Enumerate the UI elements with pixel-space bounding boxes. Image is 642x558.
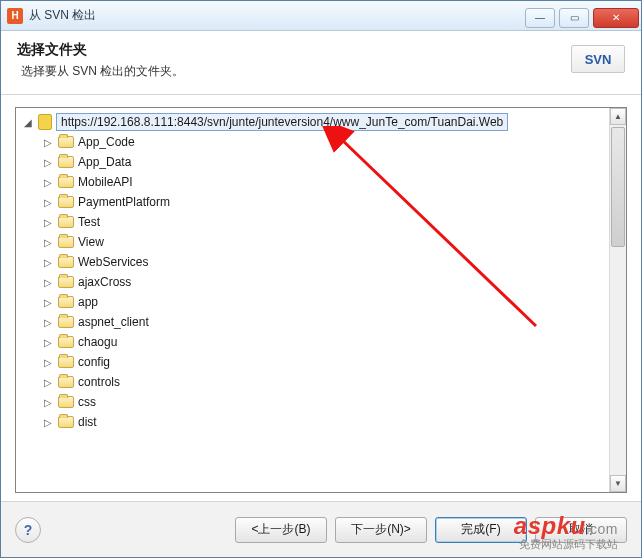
tree-children: ▷App_Code▷App_Data▷MobileAPI▷PaymentPlat… [42, 132, 609, 432]
finish-button[interactable]: 完成(F) [435, 517, 527, 543]
tree-item[interactable]: ▷View [42, 232, 609, 252]
scroll-down-button[interactable]: ▼ [610, 475, 626, 492]
tree-item[interactable]: ▷chaogu [42, 332, 609, 352]
expand-toggle-icon[interactable]: ▷ [42, 292, 54, 312]
scroll-thumb[interactable] [611, 127, 625, 247]
folder-icon [58, 196, 74, 208]
expand-toggle-icon[interactable]: ▷ [42, 332, 54, 352]
back-button[interactable]: <上一步(B) [235, 517, 327, 543]
tree-item[interactable]: ▷ajaxCross [42, 272, 609, 292]
folder-icon [58, 216, 74, 228]
folder-icon [58, 176, 74, 188]
tree-item[interactable]: ▷dist [42, 412, 609, 432]
tree-item-label: config [78, 355, 110, 369]
folder-icon [58, 136, 74, 148]
folder-icon [58, 396, 74, 408]
folder-icon [58, 276, 74, 288]
window-title: 从 SVN 检出 [29, 7, 96, 24]
folder-icon [58, 236, 74, 248]
expand-toggle-icon[interactable]: ◢ [22, 112, 34, 132]
titlebar[interactable]: H 从 SVN 检出 — ▭ ✕ [1, 1, 641, 31]
tree-item-label: app [78, 295, 98, 309]
tree-item[interactable]: ▷WebServices [42, 252, 609, 272]
expand-toggle-icon[interactable]: ▷ [42, 172, 54, 192]
dialog-body: ◢ https://192.168.8.111:8443/svn/junte/j… [1, 95, 641, 501]
tree-item-label: ajaxCross [78, 275, 131, 289]
dialog-header: 选择文件夹 选择要从 SVN 检出的文件夹。 SVN [1, 31, 641, 95]
maximize-button[interactable]: ▭ [559, 8, 589, 28]
expand-toggle-icon[interactable]: ▷ [42, 192, 54, 212]
window-controls: — ▭ ✕ [523, 4, 641, 28]
dialog-window: H 从 SVN 检出 — ▭ ✕ 选择文件夹 选择要从 SVN 检出的文件夹。 … [0, 0, 642, 558]
tree-item-label: css [78, 395, 96, 409]
folder-icon [58, 416, 74, 428]
app-icon: H [7, 8, 23, 24]
tree-item-label: WebServices [78, 255, 148, 269]
page-subtitle: 选择要从 SVN 检出的文件夹。 [17, 63, 571, 80]
scroll-track[interactable] [610, 125, 626, 475]
expand-toggle-icon[interactable]: ▷ [42, 412, 54, 432]
tree-item[interactable]: ▷App_Data [42, 152, 609, 172]
tree-item-label: View [78, 235, 104, 249]
expand-toggle-icon[interactable]: ▷ [42, 392, 54, 412]
expand-toggle-icon[interactable]: ▷ [42, 372, 54, 392]
expand-toggle-icon[interactable]: ▷ [42, 212, 54, 232]
repository-icon [38, 114, 52, 130]
tree-item[interactable]: ▷App_Code [42, 132, 609, 152]
folder-tree: ◢ https://192.168.8.111:8443/svn/junte/j… [15, 107, 627, 493]
folder-icon [58, 156, 74, 168]
vertical-scrollbar[interactable]: ▲ ▼ [609, 108, 626, 492]
expand-toggle-icon[interactable]: ▷ [42, 252, 54, 272]
tree-item[interactable]: ▷config [42, 352, 609, 372]
scroll-up-button[interactable]: ▲ [610, 108, 626, 125]
dialog-footer: ? <上一步(B) 下一步(N)> 完成(F) 取消 [1, 501, 641, 557]
tree-item-label: chaogu [78, 335, 117, 349]
tree-item[interactable]: ▷controls [42, 372, 609, 392]
tree-item-label: controls [78, 375, 120, 389]
next-button[interactable]: 下一步(N)> [335, 517, 427, 543]
tree-item-label: dist [78, 415, 97, 429]
expand-toggle-icon[interactable]: ▷ [42, 232, 54, 252]
expand-toggle-icon[interactable]: ▷ [42, 312, 54, 332]
tree-item[interactable]: ▷PaymentPlatform [42, 192, 609, 212]
help-button[interactable]: ? [15, 517, 41, 543]
root-url[interactable]: https://192.168.8.111:8443/svn/junte/jun… [56, 113, 508, 131]
expand-toggle-icon[interactable]: ▷ [42, 272, 54, 292]
cancel-button[interactable]: 取消 [535, 517, 627, 543]
tree-item[interactable]: ▷aspnet_client [42, 312, 609, 332]
tree-item-label: App_Code [78, 135, 135, 149]
folder-icon [58, 376, 74, 388]
folder-icon [58, 256, 74, 268]
close-button[interactable]: ✕ [593, 8, 639, 28]
tree-item-label: aspnet_client [78, 315, 149, 329]
tree-item[interactable]: ▷app [42, 292, 609, 312]
svn-logo-icon: SVN [571, 45, 625, 73]
tree-item-label: MobileAPI [78, 175, 133, 189]
minimize-button[interactable]: — [525, 8, 555, 28]
folder-icon [58, 316, 74, 328]
tree-item-label: Test [78, 215, 100, 229]
tree-item[interactable]: ▷Test [42, 212, 609, 232]
tree-item[interactable]: ▷MobileAPI [42, 172, 609, 192]
folder-icon [58, 336, 74, 348]
expand-toggle-icon[interactable]: ▷ [42, 352, 54, 372]
tree-item-label: PaymentPlatform [78, 195, 170, 209]
tree-item-label: App_Data [78, 155, 131, 169]
expand-toggle-icon[interactable]: ▷ [42, 152, 54, 172]
folder-icon [58, 356, 74, 368]
expand-toggle-icon[interactable]: ▷ [42, 132, 54, 152]
tree-viewport[interactable]: ◢ https://192.168.8.111:8443/svn/junte/j… [16, 108, 609, 492]
page-title: 选择文件夹 [17, 41, 571, 59]
tree-root-row[interactable]: ◢ https://192.168.8.111:8443/svn/junte/j… [22, 112, 609, 132]
tree-item[interactable]: ▷css [42, 392, 609, 412]
folder-icon [58, 296, 74, 308]
